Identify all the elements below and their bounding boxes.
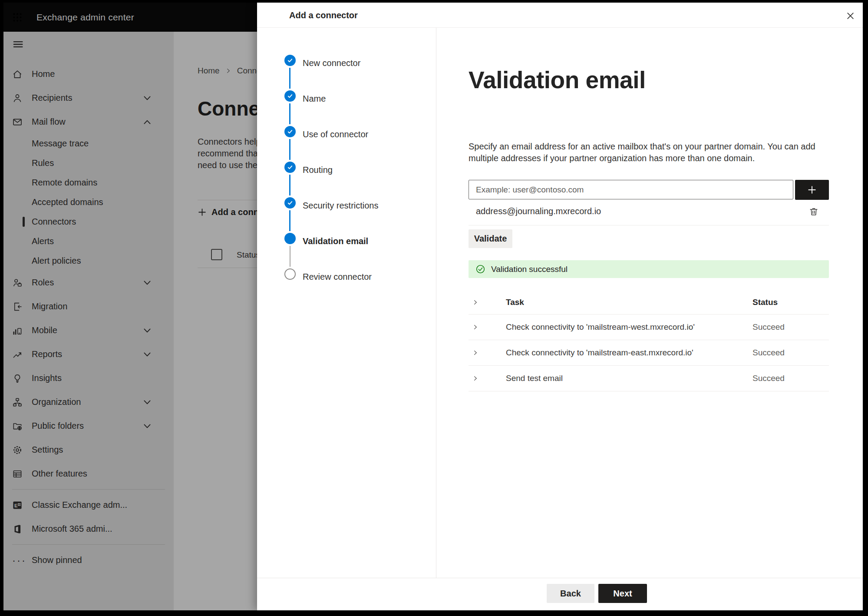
banner-text: Validation successful [491, 265, 568, 274]
status-cell: Succeed [752, 348, 785, 358]
chevron-right-icon[interactable] [472, 375, 479, 382]
step-done-icon [284, 126, 296, 137]
step-description: Specify an email address for an active m… [469, 141, 828, 164]
check-icon [287, 164, 294, 171]
task-column-header: Task [506, 298, 524, 307]
chevron-right-icon[interactable] [472, 324, 479, 331]
task-cell: Check connectivity to 'mailstream-west.m… [506, 322, 695, 332]
close-button[interactable] [843, 9, 857, 23]
wizard-step-security-restrictions[interactable]: Security restrictions [303, 200, 379, 211]
wizard-connector-line [289, 210, 290, 231]
wizard-step-validation-email[interactable]: Validation email [303, 235, 368, 247]
back-button[interactable]: Back [547, 584, 594, 603]
validation-tasks-table: Task Status Check connectivity to 'mails… [469, 290, 829, 391]
table-row[interactable]: Check connectivity to 'mailstream-west.m… [469, 315, 829, 340]
check-icon [287, 57, 294, 64]
table-header-row: Task Status [469, 290, 829, 315]
check-icon [287, 128, 294, 135]
address-text: address@journaling.mxrecord.io [476, 206, 601, 216]
add-connector-panel: Add a connector New connector Name Use o… [257, 3, 863, 610]
close-icon [845, 11, 855, 21]
wizard-step-new-connector[interactable]: New connector [303, 57, 360, 69]
add-email-button[interactable] [795, 180, 829, 200]
wizard-step-review-connector[interactable]: Review connector [303, 271, 372, 282]
validate-button[interactable]: Validate [469, 229, 512, 248]
check-icon [287, 199, 294, 206]
task-cell: Send test email [506, 374, 563, 383]
app-window: Exchange admin center Home Recipients Ma… [3, 3, 863, 610]
panel-title: Add a connector [289, 10, 358, 20]
task-cell: Check connectivity to 'mailstream-east.m… [506, 348, 693, 358]
status-cell: Succeed [752, 322, 785, 332]
wizard-connector-line [289, 103, 290, 124]
success-check-icon [475, 264, 485, 274]
divider [436, 28, 436, 578]
table-row[interactable]: Check connectivity to 'mailstream-east.m… [469, 340, 829, 366]
step-upcoming-icon [284, 268, 296, 280]
status-column-header: Status [752, 298, 778, 307]
plus-icon [807, 185, 817, 195]
wizard-step-use-of-connector[interactable]: Use of connector [303, 129, 368, 140]
chevron-right-icon[interactable] [472, 299, 479, 306]
divider [257, 27, 863, 28]
wizard-step-name[interactable]: Name [303, 93, 326, 104]
status-cell: Succeed [752, 374, 785, 383]
added-address-row: address@journaling.mxrecord.io [469, 202, 829, 222]
wizard-step-routing[interactable]: Routing [303, 164, 333, 176]
next-button[interactable]: Next [598, 584, 647, 603]
check-icon [287, 93, 294, 99]
trash-icon [809, 206, 819, 217]
step-current-icon [284, 233, 296, 244]
wizard-connector-line [290, 246, 290, 267]
email-address-input[interactable] [469, 180, 793, 199]
table-row[interactable]: Send test email Succeed [469, 366, 829, 391]
step-done-icon [284, 197, 296, 209]
step-done-icon [284, 90, 296, 102]
validation-success-banner: Validation successful [469, 260, 829, 278]
wizard-connector-line [289, 175, 290, 195]
divider [257, 578, 863, 578]
screenshot-frame: Exchange admin center Home Recipients Ma… [0, 0, 868, 616]
wizard-connector-line [289, 68, 290, 89]
delete-address-button[interactable] [808, 205, 820, 218]
divider [469, 225, 829, 225]
step-done-icon [284, 162, 296, 173]
step-heading: Validation email [469, 66, 646, 94]
step-done-icon [284, 55, 296, 66]
chevron-right-icon[interactable] [472, 349, 479, 356]
wizard-connector-line [289, 139, 290, 160]
